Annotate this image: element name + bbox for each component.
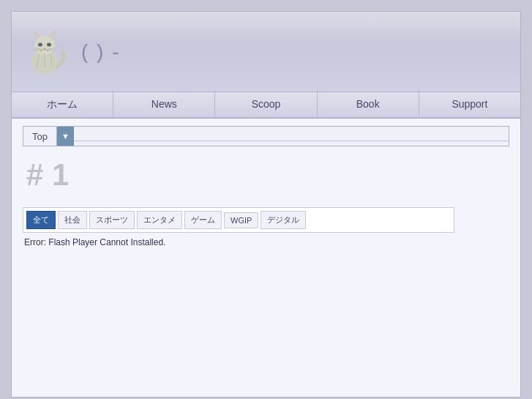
sub-tab-digital[interactable]: デジタル [261, 211, 306, 229]
rank-number: # 1 [26, 157, 509, 193]
nav-item-news[interactable]: News [113, 92, 215, 117]
page-wrapper: ( ) - ホーム News Scoop Book Support Top ▼ … [11, 11, 521, 398]
content-area: Top ▼ # 1 全て 社会 スポーツ エンタメ ゲーム WGIP デジタル … [12, 119, 520, 397]
svg-point-6 [38, 42, 42, 46]
top-tab-bar: Top ▼ [23, 126, 509, 146]
svg-point-7 [47, 42, 51, 46]
sub-tab-wgip[interactable]: WGIP [224, 212, 258, 228]
sub-tabs-container: 全て 社会 スポーツ エンタメ ゲーム WGIP デジタル [23, 207, 454, 233]
logo [23, 26, 67, 78]
top-tab[interactable]: Top [23, 127, 57, 146]
svg-point-1 [34, 36, 55, 55]
sub-tab-all[interactable]: 全て [26, 211, 56, 229]
nav-item-home[interactable]: ホーム [12, 92, 113, 117]
sub-tab-society[interactable]: 社会 [58, 211, 87, 229]
sub-tab-entertainment[interactable]: エンタメ [137, 211, 182, 229]
header: ( ) - [12, 12, 520, 92]
error-message: Error: Flash Player Cannot Installed. [24, 237, 509, 247]
nav-item-support[interactable]: Support [419, 92, 520, 117]
header-title: ( ) - [81, 40, 121, 64]
nav-item-scoop[interactable]: Scoop [215, 92, 317, 117]
sub-tab-sports[interactable]: スポーツ [89, 211, 135, 229]
tab-line [74, 132, 509, 141]
sub-tab-game[interactable]: ゲーム [184, 211, 222, 229]
nav-item-book[interactable]: Book [318, 92, 419, 117]
main-nav: ホーム News Scoop Book Support [12, 92, 520, 119]
top-tab-dropdown-btn[interactable]: ▼ [57, 127, 74, 146]
